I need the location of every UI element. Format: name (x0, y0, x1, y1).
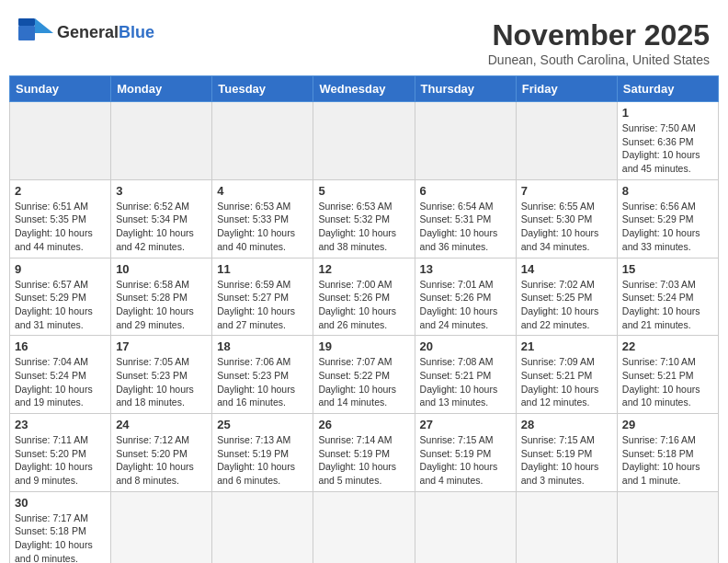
calendar-week-6: 30Sunrise: 7:17 AM Sunset: 5:18 PM Dayli… (10, 491, 719, 563)
day-number: 10 (116, 262, 207, 276)
calendar-cell: 5Sunrise: 6:53 AM Sunset: 5:32 PM Daylig… (313, 179, 415, 258)
day-number: 22 (622, 339, 713, 353)
calendar-cell: 16Sunrise: 7:04 AM Sunset: 5:24 PM Dayli… (10, 336, 111, 414)
logo-blue: Blue (119, 23, 154, 41)
calendar-week-2: 2Sunrise: 6:51 AM Sunset: 5:35 PM Daylig… (10, 179, 719, 258)
day-number: 5 (318, 184, 409, 198)
logo-icon (18, 18, 53, 48)
calendar-cell: 25Sunrise: 7:13 AM Sunset: 5:19 PM Dayli… (212, 414, 313, 492)
calendar-cell (617, 491, 718, 563)
calendar-cell: 20Sunrise: 7:08 AM Sunset: 5:21 PM Dayli… (415, 336, 516, 414)
weekday-header-sunday: Sunday (10, 76, 111, 102)
calendar-cell: 19Sunrise: 7:07 AM Sunset: 5:22 PM Dayli… (313, 336, 415, 414)
calendar-cell: 8Sunrise: 6:56 AM Sunset: 5:29 PM Daylig… (617, 179, 718, 258)
calendar-week-4: 16Sunrise: 7:04 AM Sunset: 5:24 PM Dayli… (10, 336, 719, 414)
day-number: 30 (15, 496, 106, 510)
day-number: 8 (622, 184, 713, 198)
day-number: 13 (420, 262, 511, 276)
page-header: GeneralBlue November 2025 Dunean, South … (9, 9, 719, 72)
svg-rect-0 (18, 26, 35, 40)
day-number: 9 (15, 262, 106, 276)
calendar-cell: 1Sunrise: 7:50 AM Sunset: 6:36 PM Daylig… (617, 102, 718, 180)
day-number: 28 (521, 418, 612, 431)
day-number: 4 (217, 184, 308, 198)
calendar-cell (415, 102, 516, 180)
day-info: Sunrise: 7:00 AM Sunset: 5:26 PM Dayligh… (318, 278, 409, 332)
calendar-cell (111, 102, 212, 180)
logo: GeneralBlue (18, 18, 154, 48)
day-info: Sunrise: 7:14 AM Sunset: 5:19 PM Dayligh… (318, 433, 409, 488)
day-info: Sunrise: 7:03 AM Sunset: 5:24 PM Dayligh… (622, 278, 713, 332)
calendar-cell (516, 102, 617, 180)
day-info: Sunrise: 7:10 AM Sunset: 5:21 PM Dayligh… (622, 355, 713, 409)
weekday-header-friday: Friday (516, 76, 617, 102)
calendar-week-5: 23Sunrise: 7:11 AM Sunset: 5:20 PM Dayli… (10, 414, 719, 492)
day-number: 3 (116, 184, 207, 198)
calendar-cell (516, 491, 617, 563)
day-number: 20 (420, 339, 511, 353)
calendar-cell (212, 102, 313, 180)
calendar-cell: 14Sunrise: 7:02 AM Sunset: 5:25 PM Dayli… (516, 258, 617, 336)
day-number: 1 (622, 106, 713, 120)
calendar-cell (212, 491, 313, 563)
calendar-cell: 9Sunrise: 6:57 AM Sunset: 5:29 PM Daylig… (10, 258, 111, 336)
calendar-cell: 30Sunrise: 7:17 AM Sunset: 5:18 PM Dayli… (10, 491, 111, 563)
day-number: 6 (420, 184, 511, 198)
calendar-cell: 29Sunrise: 7:16 AM Sunset: 5:18 PM Dayli… (617, 414, 718, 492)
svg-rect-2 (18, 18, 35, 26)
day-info: Sunrise: 7:15 AM Sunset: 5:19 PM Dayligh… (521, 433, 612, 488)
day-info: Sunrise: 7:12 AM Sunset: 5:20 PM Dayligh… (116, 433, 207, 488)
calendar-cell (313, 491, 415, 563)
day-info: Sunrise: 7:15 AM Sunset: 5:19 PM Dayligh… (420, 433, 511, 488)
day-info: Sunrise: 7:09 AM Sunset: 5:21 PM Dayligh… (521, 355, 612, 409)
day-number: 11 (217, 262, 308, 276)
calendar-cell: 27Sunrise: 7:15 AM Sunset: 5:19 PM Dayli… (415, 414, 516, 492)
calendar-cell: 17Sunrise: 7:05 AM Sunset: 5:23 PM Dayli… (111, 336, 212, 414)
logo-general: General (57, 23, 119, 41)
weekday-header-saturday: Saturday (617, 76, 718, 102)
day-info: Sunrise: 7:16 AM Sunset: 5:18 PM Dayligh… (622, 433, 713, 488)
day-info: Sunrise: 7:06 AM Sunset: 5:23 PM Dayligh… (217, 355, 308, 409)
day-info: Sunrise: 7:01 AM Sunset: 5:26 PM Dayligh… (420, 278, 511, 332)
calendar-cell: 4Sunrise: 6:53 AM Sunset: 5:33 PM Daylig… (212, 179, 313, 258)
weekday-header-tuesday: Tuesday (212, 76, 313, 102)
calendar-week-1: 1Sunrise: 7:50 AM Sunset: 6:36 PM Daylig… (10, 102, 719, 180)
day-number: 25 (217, 418, 308, 431)
day-number: 7 (521, 184, 612, 198)
svg-marker-1 (35, 18, 53, 33)
calendar-cell (313, 102, 415, 180)
day-info: Sunrise: 7:07 AM Sunset: 5:22 PM Dayligh… (318, 355, 409, 409)
day-number: 15 (622, 262, 713, 276)
calendar-week-3: 9Sunrise: 6:57 AM Sunset: 5:29 PM Daylig… (10, 258, 719, 336)
day-info: Sunrise: 7:11 AM Sunset: 5:20 PM Dayligh… (15, 433, 106, 488)
calendar-cell: 3Sunrise: 6:52 AM Sunset: 5:34 PM Daylig… (111, 179, 212, 258)
calendar-cell: 18Sunrise: 7:06 AM Sunset: 5:23 PM Dayli… (212, 336, 313, 414)
day-info: Sunrise: 6:57 AM Sunset: 5:29 PM Dayligh… (15, 278, 106, 332)
day-number: 23 (15, 418, 106, 431)
calendar-cell (415, 491, 516, 563)
calendar-cell: 10Sunrise: 6:58 AM Sunset: 5:28 PM Dayli… (111, 258, 212, 336)
day-number: 18 (217, 339, 308, 353)
day-info: Sunrise: 6:54 AM Sunset: 5:31 PM Dayligh… (420, 200, 511, 254)
day-number: 27 (420, 418, 511, 431)
weekday-header-thursday: Thursday (415, 76, 516, 102)
day-number: 24 (116, 418, 207, 431)
day-info: Sunrise: 7:02 AM Sunset: 5:25 PM Dayligh… (521, 278, 612, 332)
calendar-cell: 2Sunrise: 6:51 AM Sunset: 5:35 PM Daylig… (10, 179, 111, 258)
day-number: 26 (318, 418, 409, 431)
calendar-cell: 12Sunrise: 7:00 AM Sunset: 5:26 PM Dayli… (313, 258, 415, 336)
day-info: Sunrise: 7:17 AM Sunset: 5:18 PM Dayligh… (15, 511, 106, 563)
title-block: November 2025 Dunean, South Carolina, Un… (488, 18, 710, 67)
calendar-cell (111, 491, 212, 563)
calendar-cell: 21Sunrise: 7:09 AM Sunset: 5:21 PM Dayli… (516, 336, 617, 414)
day-info: Sunrise: 7:08 AM Sunset: 5:21 PM Dayligh… (420, 355, 511, 409)
day-info: Sunrise: 7:05 AM Sunset: 5:23 PM Dayligh… (116, 355, 207, 409)
day-info: Sunrise: 6:55 AM Sunset: 5:30 PM Dayligh… (521, 200, 612, 254)
calendar-cell: 13Sunrise: 7:01 AM Sunset: 5:26 PM Dayli… (415, 258, 516, 336)
calendar-cell: 11Sunrise: 6:59 AM Sunset: 5:27 PM Dayli… (212, 258, 313, 336)
calendar-cell: 26Sunrise: 7:14 AM Sunset: 5:19 PM Dayli… (313, 414, 415, 492)
day-number: 16 (15, 339, 106, 353)
calendar-header-row: SundayMondayTuesdayWednesdayThursdayFrid… (10, 76, 719, 102)
calendar-cell: 6Sunrise: 6:54 AM Sunset: 5:31 PM Daylig… (415, 179, 516, 258)
day-number: 14 (521, 262, 612, 276)
